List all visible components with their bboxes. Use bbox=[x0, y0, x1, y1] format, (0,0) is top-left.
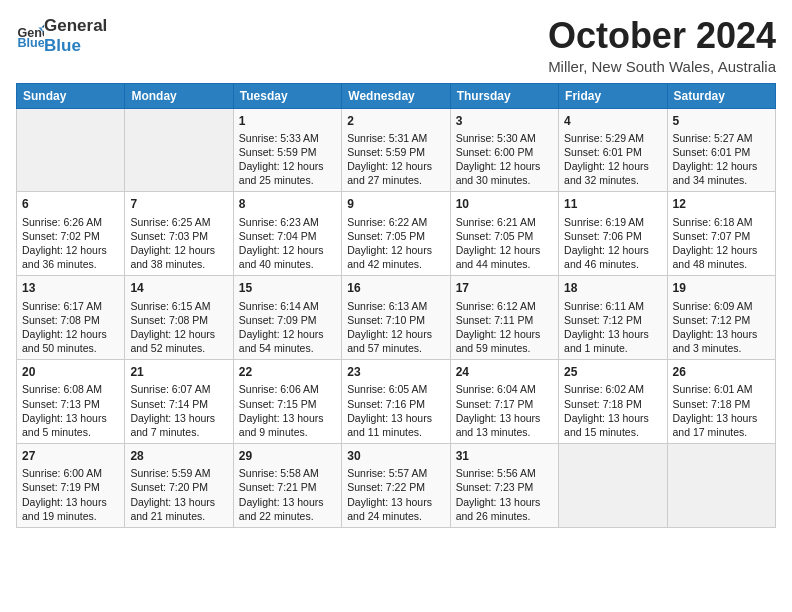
day-detail: Sunrise: 6:14 AM bbox=[239, 299, 336, 313]
day-detail: and 30 minutes. bbox=[456, 173, 553, 187]
day-number: 3 bbox=[456, 113, 553, 129]
day-detail: and 22 minutes. bbox=[239, 509, 336, 523]
day-detail: Daylight: 13 hours bbox=[673, 327, 770, 341]
day-detail: Sunrise: 6:11 AM bbox=[564, 299, 661, 313]
calendar-cell: 9Sunrise: 6:22 AMSunset: 7:05 PMDaylight… bbox=[342, 192, 450, 276]
day-detail: Sunset: 7:04 PM bbox=[239, 229, 336, 243]
day-detail: Sunrise: 6:26 AM bbox=[22, 215, 119, 229]
calendar-title: October 2024 bbox=[548, 16, 776, 56]
calendar-cell: 6Sunrise: 6:26 AMSunset: 7:02 PMDaylight… bbox=[17, 192, 125, 276]
day-detail: and 46 minutes. bbox=[564, 257, 661, 271]
logo: General Blue General Blue bbox=[16, 16, 107, 55]
day-detail: and 9 minutes. bbox=[239, 425, 336, 439]
day-detail: and 3 minutes. bbox=[673, 341, 770, 355]
day-detail: Sunset: 7:07 PM bbox=[673, 229, 770, 243]
day-detail: Daylight: 12 hours bbox=[22, 327, 119, 341]
day-detail: Sunset: 6:01 PM bbox=[673, 145, 770, 159]
day-detail: and 34 minutes. bbox=[673, 173, 770, 187]
day-detail: Sunrise: 6:09 AM bbox=[673, 299, 770, 313]
day-detail: Sunrise: 6:00 AM bbox=[22, 466, 119, 480]
day-detail: Sunset: 6:00 PM bbox=[456, 145, 553, 159]
day-detail: Daylight: 13 hours bbox=[456, 411, 553, 425]
day-detail: Sunset: 7:23 PM bbox=[456, 480, 553, 494]
day-detail: Daylight: 12 hours bbox=[456, 243, 553, 257]
calendar-cell: 28Sunrise: 5:59 AMSunset: 7:20 PMDayligh… bbox=[125, 444, 233, 528]
day-number: 22 bbox=[239, 364, 336, 380]
day-detail: and 32 minutes. bbox=[564, 173, 661, 187]
day-detail: Daylight: 13 hours bbox=[673, 411, 770, 425]
day-detail: Daylight: 12 hours bbox=[564, 159, 661, 173]
day-detail: Daylight: 13 hours bbox=[22, 495, 119, 509]
calendar-cell: 21Sunrise: 6:07 AMSunset: 7:14 PMDayligh… bbox=[125, 360, 233, 444]
day-detail: Sunset: 7:10 PM bbox=[347, 313, 444, 327]
day-detail: and 42 minutes. bbox=[347, 257, 444, 271]
day-detail: Daylight: 13 hours bbox=[564, 411, 661, 425]
calendar-cell: 12Sunrise: 6:18 AMSunset: 7:07 PMDayligh… bbox=[667, 192, 775, 276]
day-detail: Sunrise: 6:23 AM bbox=[239, 215, 336, 229]
day-detail: Sunset: 7:16 PM bbox=[347, 397, 444, 411]
day-detail: Sunset: 7:20 PM bbox=[130, 480, 227, 494]
day-detail: and 19 minutes. bbox=[22, 509, 119, 523]
calendar-cell bbox=[559, 444, 667, 528]
day-detail: Sunrise: 6:25 AM bbox=[130, 215, 227, 229]
calendar-cell: 18Sunrise: 6:11 AMSunset: 7:12 PMDayligh… bbox=[559, 276, 667, 360]
day-detail: Sunrise: 6:05 AM bbox=[347, 382, 444, 396]
calendar-cell bbox=[125, 108, 233, 192]
day-number: 28 bbox=[130, 448, 227, 464]
calendar-cell: 19Sunrise: 6:09 AMSunset: 7:12 PMDayligh… bbox=[667, 276, 775, 360]
day-detail: Sunset: 7:09 PM bbox=[239, 313, 336, 327]
day-detail: Sunset: 7:18 PM bbox=[564, 397, 661, 411]
calendar-cell: 16Sunrise: 6:13 AMSunset: 7:10 PMDayligh… bbox=[342, 276, 450, 360]
day-detail: Sunset: 7:02 PM bbox=[22, 229, 119, 243]
calendar-table: SundayMondayTuesdayWednesdayThursdayFrid… bbox=[16, 83, 776, 528]
calendar-cell: 1Sunrise: 5:33 AMSunset: 5:59 PMDaylight… bbox=[233, 108, 341, 192]
day-detail: Daylight: 12 hours bbox=[673, 159, 770, 173]
day-detail: Daylight: 12 hours bbox=[239, 159, 336, 173]
day-detail: Sunset: 7:19 PM bbox=[22, 480, 119, 494]
calendar-subtitle: Miller, New South Wales, Australia bbox=[548, 58, 776, 75]
day-number: 7 bbox=[130, 196, 227, 212]
day-detail: Daylight: 13 hours bbox=[22, 411, 119, 425]
calendar-cell: 22Sunrise: 6:06 AMSunset: 7:15 PMDayligh… bbox=[233, 360, 341, 444]
day-detail: Sunrise: 6:12 AM bbox=[456, 299, 553, 313]
day-detail: Sunrise: 6:18 AM bbox=[673, 215, 770, 229]
day-detail: Daylight: 13 hours bbox=[347, 495, 444, 509]
calendar-cell: 17Sunrise: 6:12 AMSunset: 7:11 PMDayligh… bbox=[450, 276, 558, 360]
calendar-cell: 3Sunrise: 5:30 AMSunset: 6:00 PMDaylight… bbox=[450, 108, 558, 192]
day-detail: Sunset: 7:03 PM bbox=[130, 229, 227, 243]
weekday-header: Monday bbox=[125, 83, 233, 108]
day-detail: Daylight: 12 hours bbox=[456, 327, 553, 341]
day-detail: Sunset: 7:08 PM bbox=[22, 313, 119, 327]
logo-line2: Blue bbox=[44, 36, 107, 56]
day-detail: Sunrise: 5:27 AM bbox=[673, 131, 770, 145]
day-detail: Sunset: 7:14 PM bbox=[130, 397, 227, 411]
day-number: 19 bbox=[673, 280, 770, 296]
day-number: 10 bbox=[456, 196, 553, 212]
day-detail: and 38 minutes. bbox=[130, 257, 227, 271]
day-detail: Daylight: 12 hours bbox=[22, 243, 119, 257]
day-detail: Sunrise: 6:19 AM bbox=[564, 215, 661, 229]
calendar-cell: 10Sunrise: 6:21 AMSunset: 7:05 PMDayligh… bbox=[450, 192, 558, 276]
day-detail: and 27 minutes. bbox=[347, 173, 444, 187]
calendar-cell bbox=[667, 444, 775, 528]
day-detail: and 44 minutes. bbox=[456, 257, 553, 271]
day-detail: Sunrise: 6:13 AM bbox=[347, 299, 444, 313]
day-detail: Sunrise: 6:04 AM bbox=[456, 382, 553, 396]
day-number: 4 bbox=[564, 113, 661, 129]
day-detail: and 52 minutes. bbox=[130, 341, 227, 355]
calendar-cell: 13Sunrise: 6:17 AMSunset: 7:08 PMDayligh… bbox=[17, 276, 125, 360]
day-detail: Sunset: 7:21 PM bbox=[239, 480, 336, 494]
day-detail: and 54 minutes. bbox=[239, 341, 336, 355]
calendar-cell: 2Sunrise: 5:31 AMSunset: 5:59 PMDaylight… bbox=[342, 108, 450, 192]
day-detail: Sunset: 7:15 PM bbox=[239, 397, 336, 411]
day-detail: and 5 minutes. bbox=[22, 425, 119, 439]
day-detail: Daylight: 13 hours bbox=[130, 495, 227, 509]
day-detail: Sunrise: 6:08 AM bbox=[22, 382, 119, 396]
day-detail: Sunset: 7:12 PM bbox=[673, 313, 770, 327]
day-number: 16 bbox=[347, 280, 444, 296]
weekday-header: Sunday bbox=[17, 83, 125, 108]
day-detail: and 1 minute. bbox=[564, 341, 661, 355]
day-detail: Daylight: 12 hours bbox=[673, 243, 770, 257]
day-detail: Daylight: 13 hours bbox=[130, 411, 227, 425]
day-detail: Sunrise: 6:07 AM bbox=[130, 382, 227, 396]
